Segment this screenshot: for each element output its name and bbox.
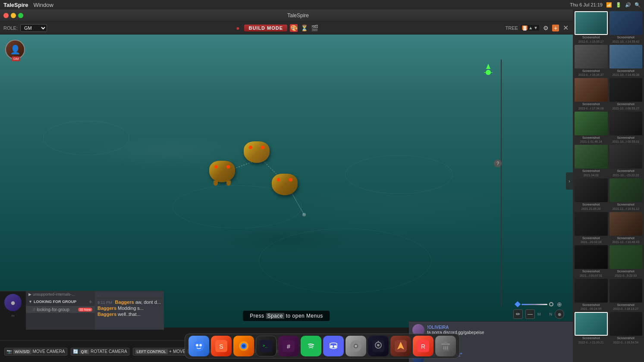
chat-message-2: Baggers Modding s...: [97, 305, 161, 311]
hash-icon: #: [33, 307, 35, 312]
channel-item-lfg[interactable]: # looking-for-group 35 New: [26, 306, 95, 313]
screenshot-thumb-1: [575, 11, 608, 35]
dock-discord[interactable]: [323, 336, 344, 356]
creature-1[interactable]: [209, 161, 239, 187]
nav-slider[interactable]: ⊕: [515, 301, 562, 308]
nav-buttons: ✏ — M N ⊕: [513, 309, 564, 319]
dock-talespire[interactable]: [390, 336, 411, 356]
screenshot-date-10: 2021-10...-23.22.22: [609, 174, 643, 177]
space-key: Space: [266, 313, 284, 319]
screenshot-thumb-9: [575, 145, 608, 169]
close-button[interactable]: [3, 13, 9, 18]
mac-time: Thu 6 Jul 21:19: [570, 2, 603, 7]
screenshot-date-15: 2021...t 00.07.51: [575, 274, 608, 277]
screenshot-item-5[interactable]: Screenshot 2022-0...t 17.34.08: [575, 78, 608, 110]
nav-plus-icon[interactable]: ⊕: [557, 301, 562, 308]
tree-label: TREE: [506, 25, 518, 31]
wifi-icon: 📶: [606, 2, 612, 8]
screenshot-date-19: 2022-0...t 21.00.21: [575, 341, 608, 344]
camera-icon[interactable]: 🎬: [311, 24, 318, 32]
compass-btn[interactable]: ⊕: [555, 309, 564, 319]
creature-2[interactable]: [244, 141, 274, 167]
maximize-button[interactable]: [18, 13, 23, 18]
move-camera-tool[interactable]: 📷 W/A/S/D MOVE CAMERA: [4, 348, 67, 356]
chevron-down-icon[interactable]: ▼: [534, 25, 538, 30]
screenshot-item-12[interactable]: Screenshot 2021-11...t 10.51.12: [609, 178, 643, 210]
screenshot-item-8[interactable]: Screenshot 2021-10...t 00.55.01: [609, 112, 643, 144]
bottom-discord-area: ● m ▶ unsupported-internals-... ▼ LOOKIN…: [0, 291, 164, 330]
dock-settings[interactable]: [346, 336, 366, 356]
screenshot-item-20[interactable]: Screenshot 2022-0...t 16.54.54: [609, 312, 643, 344]
screenshot-thumb-20: [609, 312, 643, 336]
mac-menu-window[interactable]: Window: [34, 2, 53, 8]
slack-icon: #: [283, 340, 295, 352]
screenshot-item-2[interactable]: Screenshot 2021-10...t 14.55.42: [609, 11, 643, 43]
mac-app-name[interactable]: TaleSpire: [3, 2, 28, 8]
screenshot-item-19[interactable]: Screenshot 2022-0...t 21.00.21: [575, 312, 608, 344]
game-viewport[interactable]: 👤 GM: [0, 34, 573, 328]
creature-1-eye-right: [226, 165, 230, 169]
screenshot-thumb-14: [609, 212, 643, 236]
screenshot-item-14[interactable]: Screenshot 2021-12...t 10.40.43: [609, 212, 643, 244]
screenshot-item-1[interactable]: Screenshot 2022-0...t 15.55.17: [575, 11, 608, 43]
dock-slack[interactable]: #: [278, 336, 299, 356]
add-channel-btn[interactable]: +: [89, 298, 92, 305]
close-icon[interactable]: ✕: [562, 24, 569, 32]
screenshot-item-10[interactable]: Screenshot 2021-10...-23.22.22: [609, 145, 643, 177]
screenshot-item-15[interactable]: Screenshot 2021...t 00.07.51: [575, 245, 608, 277]
dock-spotify[interactable]: [301, 336, 321, 356]
screenshot-item-11[interactable]: Screenshot 2021.21.05.20: [575, 178, 608, 210]
traffic-lights: [3, 13, 23, 18]
paint-icon[interactable]: 🎨: [290, 24, 298, 32]
screenshot-item-7[interactable]: Screenshot 2021-1 01.48.14: [575, 112, 608, 144]
dock-finder[interactable]: [188, 336, 209, 356]
creature-3-eye-right: [289, 178, 292, 181]
toolbar: ROLE: GM Player ● BUILD MODE 🎨 ⏳ 🎬 TREE …: [0, 22, 573, 34]
svg-point-6: [194, 341, 204, 351]
nav-circle: [549, 302, 553, 306]
add-button[interactable]: +: [552, 25, 559, 31]
creature-2-eye-left: [249, 146, 252, 149]
dock-trash[interactable]: [435, 336, 456, 356]
dock-reminders[interactable]: R: [413, 336, 434, 356]
screenshot-item-16[interactable]: Screenshot 2022-0...9.22.03: [609, 245, 643, 277]
screenshot-item-4[interactable]: Screenshot 2021-10...t 14.40.38: [609, 45, 643, 77]
screenshot-thumb-2: [609, 11, 643, 35]
dock-swift[interactable]: S: [211, 336, 232, 356]
creature-3[interactable]: [272, 174, 302, 200]
screenshot-thumb-5: [575, 78, 608, 102]
settings-icon[interactable]: ⚙: [542, 24, 550, 32]
right-panel-arrow[interactable]: ›: [566, 172, 573, 190]
photon-server-icon[interactable]: ●: [4, 294, 22, 311]
screenshot-item-6[interactable]: Screenshot 2021-10...t 00.53.27: [609, 78, 643, 110]
trash-icon: [440, 340, 452, 352]
dock-iterm[interactable]: >_: [256, 336, 276, 356]
category-lfg[interactable]: ▼ LOOKING FOR GROUP +: [26, 297, 95, 306]
battery-icon: 🔋: [616, 2, 622, 8]
screenshot-date-14: 2021-12...t 10.40.43: [609, 240, 643, 243]
screenshot-label-1: Screenshot: [575, 35, 608, 40]
channel-item-internals[interactable]: ▶ unsupported-internals-...: [26, 291, 95, 297]
gm-avatar[interactable]: 👤 GM: [5, 40, 27, 61]
chevron-up-icon[interactable]: ▲: [528, 25, 533, 30]
rotate-camera-tool[interactable]: 🔄 Q/E ROTATE CAMERA: [71, 348, 129, 356]
search-icon[interactable]: 🔍: [635, 2, 641, 8]
screenshot-item-3[interactable]: Screenshot 2022-0...t 16.34.27: [575, 45, 608, 77]
nav-n-label: N: [550, 312, 553, 316]
pencil-btn[interactable]: ✏: [513, 309, 523, 319]
rotate-camera-label: ROTATE CAMERA: [91, 349, 127, 354]
screenshot-item-17[interactable]: Screenshot 2021...00.24.55: [575, 279, 608, 311]
dock-steam[interactable]: [368, 336, 389, 356]
hourglass-icon[interactable]: ⏳: [300, 24, 308, 32]
build-mode-button[interactable]: BUILD MODE: [244, 25, 287, 31]
role-select[interactable]: GM Player: [20, 24, 47, 32]
navigation-tool: ⊕ ✏ — M N ⊕: [513, 301, 564, 319]
dock-firefox[interactable]: [233, 336, 254, 356]
camera-icon: 📷: [6, 349, 12, 354]
minus-btn[interactable]: —: [525, 309, 535, 319]
minimize-button[interactable]: [11, 13, 16, 18]
help-badge[interactable]: ?: [494, 159, 502, 167]
screenshot-item-13[interactable]: Screenshot 2021...20.02.18: [575, 212, 608, 244]
screenshot-item-9[interactable]: Screenshot 2021.04.02: [575, 145, 608, 177]
screenshot-item-18[interactable]: Screenshot 2022-0...t 18.13.27: [609, 279, 643, 311]
